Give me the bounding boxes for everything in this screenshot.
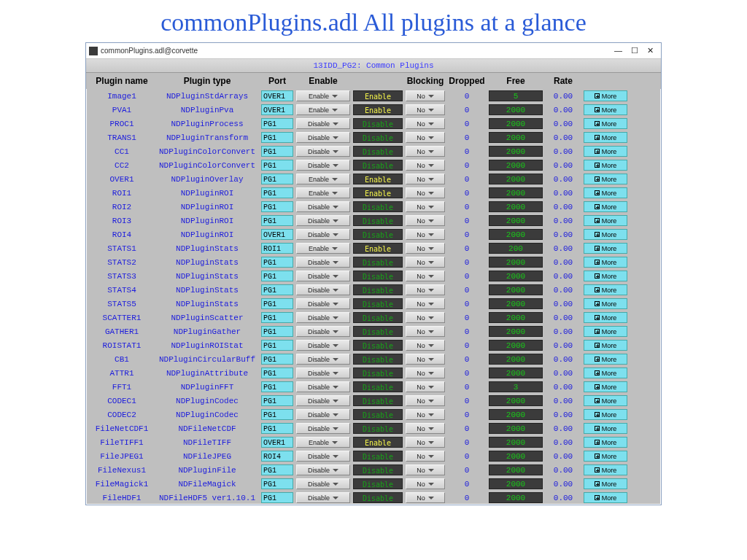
minimize-button[interactable]: — xyxy=(614,46,622,55)
more-button[interactable]: More xyxy=(584,146,627,157)
enable-select[interactable]: Disable xyxy=(296,395,350,406)
enable-select[interactable]: Disable xyxy=(296,368,350,378)
blocking-select[interactable]: No xyxy=(406,298,445,309)
port-input[interactable]: PG1 xyxy=(261,478,293,489)
more-button[interactable]: More xyxy=(584,229,627,240)
enable-select[interactable]: Enable xyxy=(296,104,350,115)
enable-select[interactable]: Disable xyxy=(296,423,350,434)
more-button[interactable]: More xyxy=(584,174,627,184)
close-button[interactable]: ✕ xyxy=(647,46,654,55)
more-button[interactable]: More xyxy=(584,312,627,323)
enable-select[interactable]: Disable xyxy=(296,271,350,281)
more-button[interactable]: More xyxy=(584,423,627,434)
blocking-select[interactable]: No xyxy=(406,146,445,157)
blocking-select[interactable]: No xyxy=(406,271,445,281)
more-button[interactable]: More xyxy=(584,395,627,406)
blocking-select[interactable]: No xyxy=(406,451,445,462)
port-input[interactable]: PG1 xyxy=(261,326,293,337)
port-input[interactable]: PG1 xyxy=(261,423,293,434)
enable-select[interactable]: Disable xyxy=(296,284,350,295)
more-button[interactable]: More xyxy=(584,451,627,462)
blocking-select[interactable]: No xyxy=(406,215,445,226)
port-input[interactable]: PG1 xyxy=(261,284,293,295)
port-input[interactable]: PG1 xyxy=(261,298,293,309)
port-input[interactable]: OVER1 xyxy=(261,229,293,240)
blocking-select[interactable]: No xyxy=(406,381,445,392)
enable-select[interactable]: Disable xyxy=(296,146,350,157)
titlebar[interactable]: commonPlugins.adl@corvette — ☐ ✕ xyxy=(86,43,661,59)
more-button[interactable]: More xyxy=(584,215,627,226)
enable-select[interactable]: Disable xyxy=(296,354,350,365)
more-button[interactable]: More xyxy=(584,284,627,295)
more-button[interactable]: More xyxy=(584,437,627,448)
enable-select[interactable]: Disable xyxy=(296,340,350,351)
enable-select[interactable]: Enable xyxy=(296,437,350,448)
blocking-select[interactable]: No xyxy=(406,243,445,254)
more-button[interactable]: More xyxy=(584,243,627,254)
blocking-select[interactable]: No xyxy=(406,284,445,295)
enable-select[interactable]: Enable xyxy=(296,174,350,184)
enable-select[interactable]: Disable xyxy=(296,229,350,240)
enable-select[interactable]: Disable xyxy=(296,298,350,309)
blocking-select[interactable]: No xyxy=(406,201,445,212)
port-input[interactable]: PG1 xyxy=(261,368,293,378)
enable-select[interactable]: Disable xyxy=(296,464,350,475)
more-button[interactable]: More xyxy=(584,160,627,171)
more-button[interactable]: More xyxy=(584,90,627,101)
more-button[interactable]: More xyxy=(584,464,627,475)
port-input[interactable]: PG1 xyxy=(261,354,293,365)
more-button[interactable]: More xyxy=(584,492,627,503)
more-button[interactable]: More xyxy=(584,409,627,420)
port-input[interactable]: PG1 xyxy=(261,160,293,171)
maximize-button[interactable]: ☐ xyxy=(631,46,638,55)
blocking-select[interactable]: No xyxy=(406,160,445,171)
blocking-select[interactable]: No xyxy=(406,478,445,489)
blocking-select[interactable]: No xyxy=(406,187,445,198)
enable-select[interactable]: Disable xyxy=(296,326,350,337)
more-button[interactable]: More xyxy=(584,132,627,143)
port-input[interactable]: ROI1 xyxy=(261,243,293,254)
more-button[interactable]: More xyxy=(584,354,627,365)
enable-select[interactable]: Disable xyxy=(296,492,350,503)
blocking-select[interactable]: No xyxy=(406,492,445,503)
more-button[interactable]: More xyxy=(584,326,627,337)
more-button[interactable]: More xyxy=(584,187,627,198)
port-input[interactable]: PG1 xyxy=(261,395,293,406)
blocking-select[interactable]: No xyxy=(406,118,445,129)
more-button[interactable]: More xyxy=(584,201,627,212)
more-button[interactable]: More xyxy=(584,478,627,489)
enable-select[interactable]: Disable xyxy=(296,381,350,392)
blocking-select[interactable]: No xyxy=(406,104,445,115)
port-input[interactable]: OVER1 xyxy=(261,104,293,115)
port-input[interactable]: PG1 xyxy=(261,381,293,392)
port-input[interactable]: PG1 xyxy=(261,132,293,143)
port-input[interactable]: PG1 xyxy=(261,118,293,129)
more-button[interactable]: More xyxy=(584,368,627,378)
enable-select[interactable]: Disable xyxy=(296,160,350,171)
blocking-select[interactable]: No xyxy=(406,409,445,420)
blocking-select[interactable]: No xyxy=(406,229,445,240)
port-input[interactable]: OVER1 xyxy=(261,90,293,101)
port-input[interactable]: PG1 xyxy=(261,271,293,281)
enable-select[interactable]: Enable xyxy=(296,187,350,198)
port-input[interactable]: PG1 xyxy=(261,257,293,268)
more-button[interactable]: More xyxy=(584,118,627,129)
enable-select[interactable]: Disable xyxy=(296,118,350,129)
blocking-select[interactable]: No xyxy=(406,257,445,268)
more-button[interactable]: More xyxy=(584,340,627,351)
enable-select[interactable]: Disable xyxy=(296,478,350,489)
enable-select[interactable]: Disable xyxy=(296,215,350,226)
enable-select[interactable]: Enable xyxy=(296,90,350,101)
port-input[interactable]: PG1 xyxy=(261,174,293,184)
more-button[interactable]: More xyxy=(584,298,627,309)
more-button[interactable]: More xyxy=(584,257,627,268)
blocking-select[interactable]: No xyxy=(406,90,445,101)
port-input[interactable]: PG1 xyxy=(261,201,293,212)
enable-select[interactable]: Disable xyxy=(296,312,350,323)
port-input[interactable]: PG1 xyxy=(261,312,293,323)
port-input[interactable]: PG1 xyxy=(261,187,293,198)
more-button[interactable]: More xyxy=(584,104,627,115)
enable-select[interactable]: Disable xyxy=(296,451,350,462)
blocking-select[interactable]: No xyxy=(406,395,445,406)
blocking-select[interactable]: No xyxy=(406,354,445,365)
